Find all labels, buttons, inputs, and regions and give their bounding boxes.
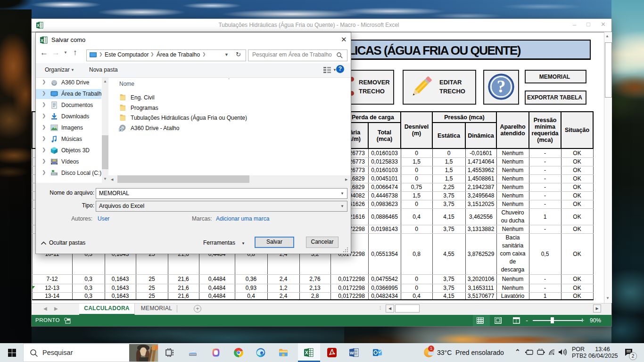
svg-text:X: X xyxy=(305,350,308,355)
svg-text:X: X xyxy=(37,23,40,28)
svg-text:W: W xyxy=(350,350,354,355)
svg-text:X: X xyxy=(41,38,43,43)
svg-text:?: ? xyxy=(497,77,506,96)
